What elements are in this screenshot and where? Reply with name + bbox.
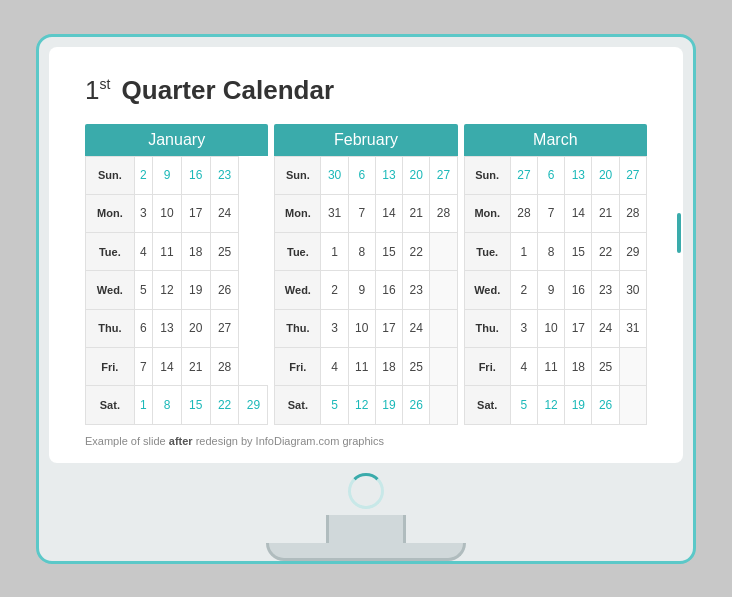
table-cell: 11 xyxy=(348,347,375,385)
table-cell: 29 xyxy=(239,386,268,424)
page-title: 1st Quarter Calendar xyxy=(85,75,647,106)
table-cell: 24 xyxy=(210,194,239,232)
table-cell: 19 xyxy=(181,271,210,309)
day-label: Fri. xyxy=(275,347,321,385)
monitor: 1st Quarter Calendar January Sun. 2 9 16 xyxy=(36,34,696,564)
table-cell: 24 xyxy=(403,309,430,347)
day-label: Fri. xyxy=(464,347,510,385)
title-sup: st xyxy=(99,76,110,92)
table-cell: 28 xyxy=(619,194,646,232)
title-ordinal: 1st xyxy=(85,75,110,106)
table-cell: 20 xyxy=(181,309,210,347)
day-label: Wed. xyxy=(275,271,321,309)
table-cell: 30 xyxy=(619,271,646,309)
table-row: Sat. 1 8 15 22 29 xyxy=(86,386,268,424)
table-cell: 18 xyxy=(375,347,402,385)
march-calendar: March Sun. 27 6 13 20 27 xyxy=(464,124,647,425)
table-cell: 12 xyxy=(348,386,375,424)
table-cell: 9 xyxy=(348,271,375,309)
table-cell: 10 xyxy=(348,309,375,347)
january-calendar: January Sun. 2 9 16 23 Mon. xyxy=(85,124,268,425)
day-label: Wed. xyxy=(464,271,510,309)
table-cell: 10 xyxy=(538,309,565,347)
table-cell: 26 xyxy=(592,386,619,424)
day-label: Tue. xyxy=(275,233,321,271)
table-row: Thu. 3 10 17 24 xyxy=(275,309,457,347)
table-cell: 22 xyxy=(210,386,239,424)
table-cell xyxy=(430,271,457,309)
table-cell: 5 xyxy=(510,386,537,424)
table-cell: 22 xyxy=(592,233,619,271)
day-label: Sat. xyxy=(275,386,321,424)
table-cell: 12 xyxy=(153,271,182,309)
title-text: Quarter Calendar xyxy=(114,75,334,106)
monitor-bottom xyxy=(266,463,466,561)
table-cell: 22 xyxy=(403,233,430,271)
table-cell: 4 xyxy=(510,347,537,385)
table-cell: 19 xyxy=(375,386,402,424)
day-label: Mon. xyxy=(86,194,135,232)
table-cell: 19 xyxy=(565,386,592,424)
table-cell: 25 xyxy=(210,233,239,271)
table-cell: 25 xyxy=(403,347,430,385)
table-cell: 14 xyxy=(565,194,592,232)
table-cell: 20 xyxy=(592,156,619,194)
table-row: Tue. 1 8 15 22 xyxy=(275,233,457,271)
day-label: Mon. xyxy=(464,194,510,232)
day-label: Fri. xyxy=(86,347,135,385)
table-row: Sun. 30 6 13 20 27 xyxy=(275,156,457,194)
table-cell: 28 xyxy=(510,194,537,232)
day-label: Wed. xyxy=(86,271,135,309)
day-label: Thu. xyxy=(86,309,135,347)
table-cell: 5 xyxy=(321,386,348,424)
table-cell: 14 xyxy=(153,347,182,385)
table-cell: 11 xyxy=(538,347,565,385)
table-cell: 3 xyxy=(510,309,537,347)
january-header: January xyxy=(85,124,268,156)
table-row: Sat. 5 12 19 26 xyxy=(464,386,646,424)
table-cell: 2 xyxy=(321,271,348,309)
day-label: Thu. xyxy=(464,309,510,347)
table-cell: 21 xyxy=(592,194,619,232)
table-cell: 17 xyxy=(565,309,592,347)
table-row: Wed. 2 9 16 23 30 xyxy=(464,271,646,309)
table-cell: 9 xyxy=(153,156,182,194)
day-label: Mon. xyxy=(275,194,321,232)
table-cell: 2 xyxy=(510,271,537,309)
table-row: Thu. 6 13 20 27 xyxy=(86,309,268,347)
table-cell: 16 xyxy=(565,271,592,309)
table-cell: 23 xyxy=(592,271,619,309)
day-label: Thu. xyxy=(275,309,321,347)
table-cell: 29 xyxy=(619,233,646,271)
table-cell: 3 xyxy=(321,309,348,347)
table-row: Tue. 1 8 15 22 29 xyxy=(464,233,646,271)
table-cell: 8 xyxy=(153,386,182,424)
table-cell: 3 xyxy=(134,194,152,232)
table-cell: 12 xyxy=(538,386,565,424)
table-cell: 7 xyxy=(134,347,152,385)
table-row: Fri. 4 11 18 25 xyxy=(464,347,646,385)
table-cell: 15 xyxy=(375,233,402,271)
january-table: Sun. 2 9 16 23 Mon. 3 10 17 xyxy=(85,156,268,425)
table-cell: 10 xyxy=(153,194,182,232)
table-cell xyxy=(430,233,457,271)
scrollbar[interactable] xyxy=(677,213,681,253)
table-cell: 27 xyxy=(210,309,239,347)
table-cell: 6 xyxy=(348,156,375,194)
table-cell: 1 xyxy=(321,233,348,271)
february-header: February xyxy=(274,124,457,156)
day-label: Sun. xyxy=(275,156,321,194)
table-cell: 21 xyxy=(403,194,430,232)
day-label: Tue. xyxy=(86,233,135,271)
table-cell: 15 xyxy=(565,233,592,271)
slide-content: 1st Quarter Calendar January Sun. 2 9 16 xyxy=(49,47,683,463)
table-row: Fri. 7 14 21 28 xyxy=(86,347,268,385)
table-cell: 21 xyxy=(181,347,210,385)
table-cell: 26 xyxy=(403,386,430,424)
table-cell: 9 xyxy=(538,271,565,309)
table-cell: 20 xyxy=(403,156,430,194)
table-cell: 17 xyxy=(375,309,402,347)
footer-text: Example of slide after redesign by InfoD… xyxy=(85,435,647,447)
table-cell: 11 xyxy=(153,233,182,271)
table-cell: 25 xyxy=(592,347,619,385)
